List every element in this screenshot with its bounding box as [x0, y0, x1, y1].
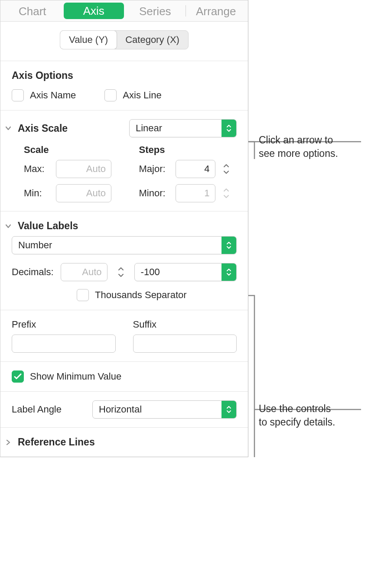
steps-subhead: Steps	[139, 144, 237, 156]
min-input[interactable]	[56, 184, 111, 202]
major-input[interactable]	[176, 160, 215, 178]
reference-lines-title: Reference Lines	[18, 436, 237, 448]
value-labels-format-popup[interactable]: Number	[12, 236, 237, 254]
axis-segmented-wrap: Value (Y) Category (X)	[0, 22, 248, 61]
segment-category-x[interactable]: Category (X)	[117, 31, 188, 49]
value-labels-format-value: Number	[12, 240, 221, 251]
axis-scale-value: Linear	[130, 123, 221, 134]
max-label: Max:	[24, 163, 52, 175]
decimals-label: Decimals:	[12, 266, 54, 278]
minor-stepper[interactable]	[222, 184, 233, 202]
axis-scale-body: Scale Max: Min: Steps Major:	[0, 140, 248, 211]
axis-inspector-panel: Chart Axis Series Arrange Value (Y) Cate…	[0, 0, 248, 457]
axis-scale-header: Axis Scale Linear	[0, 110, 248, 140]
decimals-input[interactable]	[61, 263, 107, 281]
scale-subhead: Scale	[24, 144, 122, 156]
tab-series[interactable]: Series	[125, 2, 186, 20]
value-labels-header: Value Labels	[0, 211, 248, 234]
thousands-option: Thousands Separator	[77, 289, 237, 301]
callout-2-line-2: to specify details.	[259, 416, 335, 428]
thousands-label: Thousands Separator	[95, 289, 187, 301]
label-angle-section: Label Angle Horizontal	[0, 392, 248, 428]
callout-lead-2	[248, 290, 368, 457]
value-labels-title: Value Labels	[18, 220, 237, 232]
decimals-stepper[interactable]	[117, 263, 127, 281]
inspector-tabs: Chart Axis Series Arrange	[0, 0, 248, 22]
negative-format-value: -100	[135, 266, 221, 278]
axis-name-checkbox[interactable]	[12, 89, 24, 101]
prefix-input[interactable]	[12, 335, 116, 353]
label-angle-value: Horizontal	[93, 404, 221, 415]
minor-input[interactable]	[176, 184, 215, 202]
prefix-label: Prefix	[12, 319, 116, 330]
format-popup-knob	[221, 237, 236, 254]
negative-format-knob	[221, 263, 236, 281]
minor-label: Minor:	[139, 188, 171, 199]
tab-chart[interactable]: Chart	[2, 2, 63, 20]
segment-value-y[interactable]: Value (Y)	[60, 31, 117, 49]
callout-1-line-1: Click an arrow to	[259, 134, 333, 146]
suffix-label: Suffix	[133, 319, 237, 330]
value-labels-format-section: Number Decimals: -100	[0, 234, 248, 310]
axis-line-label: Axis Line	[123, 90, 161, 101]
tab-arrange[interactable]: Arrange	[186, 2, 247, 20]
axis-scale-popup[interactable]: Linear	[129, 119, 237, 137]
axis-scale-disclosure-arrow[interactable]	[5, 125, 13, 132]
callout-1: Click an arrow to see more options.	[259, 133, 367, 160]
axis-line-checkbox[interactable]	[104, 89, 117, 101]
value-labels-disclosure-arrow[interactable]	[5, 223, 13, 230]
show-min-label: Show Minimum Value	[30, 371, 121, 382]
callout-2: Use the controls to specify details.	[259, 402, 367, 429]
axis-line-option: Axis Line	[104, 89, 161, 101]
prefix-suffix-section: Prefix Suffix	[0, 310, 248, 362]
axis-options-section: Axis Options Axis Name Axis Line	[0, 61, 248, 110]
axis-scale-title: Axis Scale	[18, 123, 125, 134]
callout-1-line-2: see more options.	[259, 148, 338, 159]
major-stepper[interactable]	[222, 160, 233, 178]
label-angle-label: Label Angle	[12, 404, 85, 415]
thousands-checkbox[interactable]	[77, 289, 89, 301]
suffix-input[interactable]	[133, 335, 237, 353]
reference-lines-header: Reference Lines	[0, 428, 248, 457]
callout-2-line-1: Use the controls	[259, 403, 331, 414]
tab-axis[interactable]: Axis	[64, 3, 124, 19]
show-min-section: Show Minimum Value	[0, 362, 248, 392]
label-angle-knob	[221, 401, 236, 418]
negative-format-popup[interactable]: -100	[134, 263, 237, 281]
axis-scale-popup-knob	[221, 120, 236, 137]
axis-name-label: Axis Name	[30, 90, 76, 101]
axis-segmented-control: Value (Y) Category (X)	[60, 30, 189, 49]
axis-options-title: Axis Options	[12, 70, 237, 81]
reference-lines-disclosure-arrow[interactable]	[5, 439, 13, 446]
show-min-checkbox[interactable]	[12, 370, 24, 383]
min-label: Min:	[24, 188, 52, 199]
label-angle-popup[interactable]: Horizontal	[92, 400, 237, 419]
axis-name-option: Axis Name	[12, 89, 76, 101]
major-label: Major:	[139, 163, 171, 175]
callouts-area: Click an arrow to see more options. Use …	[248, 0, 368, 457]
max-input[interactable]	[56, 160, 111, 178]
